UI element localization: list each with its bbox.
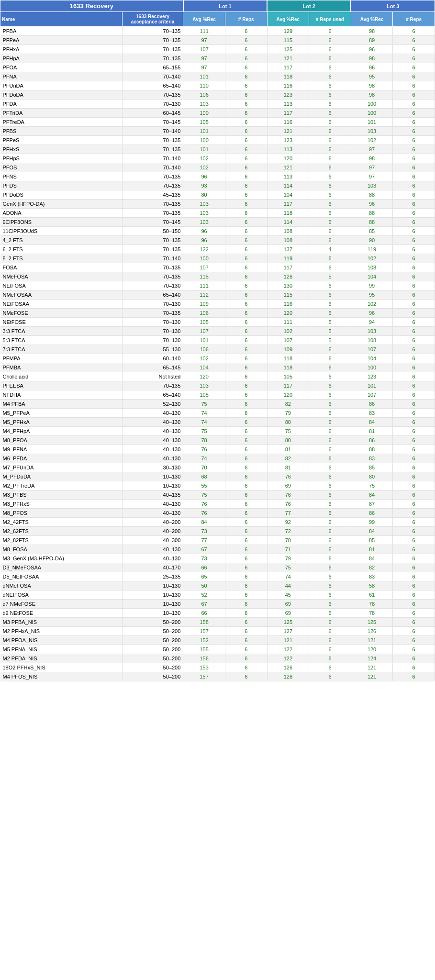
table-row: D3_NMeFOSAA40–170666756826 [0,563,435,572]
cell-col-name: D3_NMeFOSAA [0,563,123,572]
cell-lot1-avg: 100 [183,109,225,118]
cell-col-criteria: 30–130 [122,463,183,472]
cell-lot2-avg: 117 [267,109,309,118]
cell-lot1-avg: 55 [183,481,225,490]
cell-lot3-avg: 98 [351,90,393,100]
cell-col-name: PFPeS [0,136,123,145]
cell-col-criteria: Not listed [122,372,183,381]
cell-col-criteria: 70–135 [122,272,183,281]
cell-lot2-reps: 6 [309,72,351,81]
table-row: PFDoDS45–1358061046886 [0,190,435,200]
table-row: M4_PFHpA40–130756756816 [0,427,435,436]
table-row: NMeFOSE70–13510661206966 [0,309,435,318]
cell-col-criteria: 40–130 [122,509,183,518]
cell-lot1-avg: 96 [183,236,225,245]
cell-col-name: 3:3 FTCA [0,327,123,336]
cell-lot2-avg: 79 [267,409,309,418]
cell-lot2-avg: 79 [267,554,309,563]
cell-col-criteria: 70–135 [122,36,183,45]
cell-lot2-reps: 6 [309,227,351,236]
cell-lot1-avg: 97 [183,54,225,63]
cell-lot2-reps: 6 [309,400,351,409]
cell-lot2-avg: 104 [267,190,309,200]
cell-lot3-reps: 6 [393,200,435,209]
cell-col-name: M5 PFNA_NIS [0,645,123,654]
cell-lot3-avg: 90 [351,236,393,245]
cell-col-name: NEtFOSA [0,281,123,290]
cell-lot3-avg: 98 [351,27,393,36]
cell-lot1-reps: 6 [225,436,267,445]
cell-lot3-reps: 6 [393,145,435,154]
cell-lot2-reps: 6 [309,663,351,672]
cell-lot3-reps: 6 [393,54,435,63]
header-row-columns: Name 1633 Recovery acceptance criteria A… [0,12,435,27]
table-row: M2 PFDA_NIS50–200156612261246 [0,654,435,663]
cell-lot2-reps: 6 [309,345,351,354]
cell-lot1-avg: 103 [183,218,225,227]
col-header-l1-avg: Avg %Rec [183,12,225,27]
cell-col-name: dNEtFOSA [0,590,123,600]
cell-lot1-reps: 6 [225,481,267,490]
cell-col-name: PFDoDS [0,190,123,200]
cell-lot2-avg: 119 [267,254,309,263]
cell-col-criteria: 70–135 [122,136,183,145]
cell-lot3-avg: 96 [351,45,393,54]
cell-col-criteria: 70–135 [122,54,183,63]
cell-lot1-reps: 6 [225,100,267,109]
cell-lot3-reps: 6 [393,318,435,327]
cell-lot2-reps: 6 [309,445,351,454]
cell-col-name: GenX (HFPO-DA) [0,200,123,209]
cell-lot1-avg: 67 [183,600,225,609]
cell-lot3-reps: 6 [393,263,435,272]
cell-lot3-avg: 84 [351,527,393,536]
cell-lot3-reps: 6 [393,554,435,563]
cell-lot2-reps: 6 [309,600,351,609]
cell-col-criteria: 70–130 [122,327,183,336]
cell-lot2-avg: 44 [267,581,309,590]
cell-lot3-reps: 6 [393,509,435,518]
cell-col-name: M3_GenX (M3-HFPO-DA) [0,554,123,563]
cell-lot3-reps: 6 [393,672,435,681]
table-row: 18O2 PFHxS_NIS50–200153612661216 [0,663,435,672]
col-header-l2-avg: Avg %Rec [267,12,309,27]
cell-lot2-avg: 121 [267,636,309,645]
cell-lot1-reps: 6 [225,390,267,400]
title-header: 1633 Recovery [0,0,183,12]
cell-col-name: M8_PFOS [0,509,123,518]
cell-lot2-reps: 6 [309,572,351,581]
table-body: PFBA70–13511161296986PFPeA70–13597611568… [0,27,435,681]
cell-lot2-reps: 6 [309,545,351,554]
cell-lot3-avg: 121 [351,663,393,672]
cell-lot2-reps: 6 [309,654,351,663]
cell-lot3-avg: 80 [351,472,393,481]
cell-lot1-reps: 6 [225,154,267,163]
cell-lot2-reps: 4 [309,245,351,254]
cell-lot2-reps: 6 [309,490,351,500]
cell-lot1-avg: 74 [183,454,225,463]
cell-col-name: M4 PFBA [0,400,123,409]
cell-lot2-avg: 115 [267,36,309,45]
table-row: NEtFOSAA70–130109611661026 [0,300,435,309]
cell-lot2-avg: 127 [267,627,309,636]
cell-lot2-reps: 6 [309,181,351,190]
cell-lot1-reps: 6 [225,427,267,436]
cell-col-criteria: 50–200 [122,663,183,672]
table-row: M8_PFOA40–130786806866 [0,436,435,445]
cell-lot1-reps: 6 [225,227,267,236]
cell-lot3-reps: 6 [393,609,435,618]
cell-lot2-reps: 6 [309,81,351,90]
cell-lot2-reps: 6 [309,100,351,109]
cell-lot1-avg: 106 [183,345,225,354]
cell-col-name: 9ClPF3ONS [0,218,123,227]
table-row: PFBS70–140101612161036 [0,127,435,136]
cell-lot2-avg: 76 [267,472,309,481]
cell-lot1-reps: 6 [225,145,267,154]
cell-col-criteria: 40–200 [122,527,183,536]
cell-lot3-reps: 6 [393,336,435,345]
col-header-criteria: 1633 Recovery acceptance criteria [122,12,183,27]
cell-col-name: Cholic acid [0,372,123,381]
cell-col-name: D5_NEtFOSAA [0,572,123,581]
cell-lot1-avg: 76 [183,500,225,509]
cell-lot1-avg: 70 [183,463,225,472]
cell-lot1-avg: 96 [183,172,225,181]
